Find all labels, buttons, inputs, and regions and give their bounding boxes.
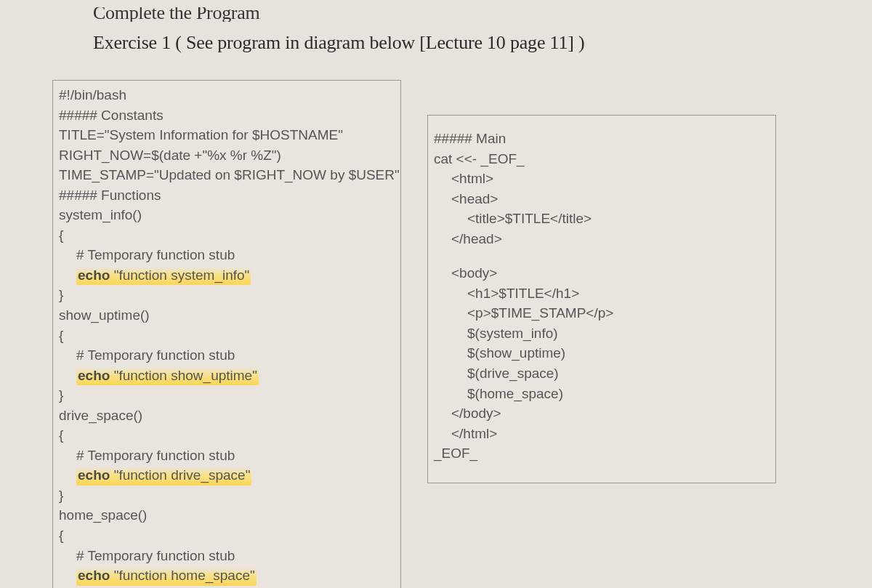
code-line: drive_space() [59, 406, 395, 426]
code-line: TITLE="System Information for $HOSTNAME" [59, 125, 395, 145]
code-line: } [59, 385, 395, 406]
blank-line [434, 249, 770, 263]
code-line: system_info() [59, 205, 395, 225]
code-line: <html> [434, 169, 770, 189]
code-line: { [59, 326, 395, 346]
echo-keyword: echo [78, 368, 110, 383]
echo-keyword: echo [78, 568, 110, 583]
echo-string: "function home_space" [110, 568, 254, 583]
code-line: { [59, 225, 395, 246]
code-line: #!/bin/bash [59, 85, 395, 105]
code-line: # Temporary function stub [59, 546, 395, 566]
echo-string: "function drive_space" [110, 467, 250, 483]
code-line: # Temporary function stub [59, 446, 395, 466]
echo-keyword: echo [78, 267, 110, 283]
code-line: <title>$TITLE</title> [434, 209, 770, 229]
code-line: home_space() [59, 505, 395, 525]
code-line: RIGHT_NOW=$(date +"%x %r %Z") [59, 145, 395, 166]
code-line: echo "function drive_space" [59, 465, 395, 486]
code-line: cat <<- _EOF_ [434, 149, 770, 169]
code-line: echo "function home_space" [59, 565, 395, 586]
code-line: $(system_info) [434, 323, 770, 344]
right-code-box: ##### Main cat <<- _EOF_ <html> <head> <… [427, 115, 776, 483]
code-line: echo "function show_uptime" [59, 366, 395, 386]
echo-string: "function system_info" [110, 267, 249, 283]
code-line: echo "function system_info" [59, 265, 395, 286]
code-line: <h1>$TITLE</h1> [434, 283, 770, 304]
code-line: </body> [434, 403, 770, 424]
code-line: { [59, 525, 395, 546]
partial-heading-crop: Complete the Program [44, 7, 828, 22]
code-line: ##### Functions [59, 185, 395, 206]
code-line: } [59, 285, 395, 305]
exercise-title: Exercise 1 ( See program in diagram belo… [93, 32, 828, 54]
echo-string: "function show_uptime" [110, 368, 257, 383]
code-line: $(home_space) [434, 384, 770, 404]
code-line: <body> [434, 263, 770, 283]
code-diagram: #!/bin/bash ##### Constants TITLE="Syste… [52, 80, 828, 588]
code-line: $(drive_space) [434, 363, 770, 384]
code-line: ##### Main [434, 129, 770, 149]
code-line: <p>$TIME_STAMP</p> [434, 303, 770, 323]
code-line: </html> [434, 424, 770, 444]
code-line: $(show_uptime) [434, 343, 770, 363]
partial-heading-text: Complete the Program [93, 7, 259, 22]
code-line: # Temporary function stub [59, 345, 395, 366]
code-line: TIME_STAMP="Updated on $RIGHT_NOW by $US… [59, 165, 395, 185]
code-line: show_uptime() [59, 305, 395, 326]
code-line: { [59, 425, 395, 446]
code-line: # Temporary function stub [59, 245, 395, 265]
code-line: </head> [434, 229, 770, 249]
code-line: } [59, 486, 395, 506]
left-code-box: #!/bin/bash ##### Constants TITLE="Syste… [52, 80, 401, 588]
code-line: ##### Constants [59, 105, 395, 126]
echo-keyword: echo [78, 467, 110, 483]
code-line: _EOF_ [434, 443, 770, 464]
code-line: <head> [434, 189, 770, 209]
